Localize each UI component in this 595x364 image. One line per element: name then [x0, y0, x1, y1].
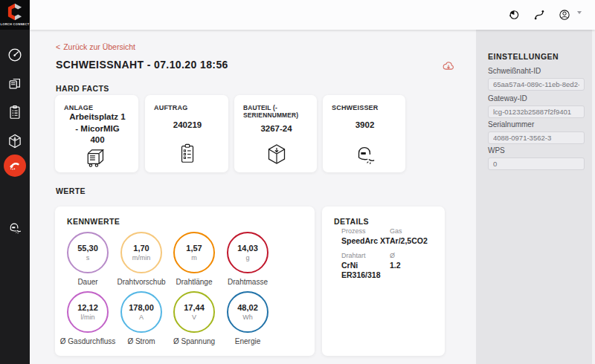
field-label: Schweißnaht-ID: [488, 67, 585, 75]
metric-unit: A: [139, 313, 144, 321]
metric-unit: s: [86, 254, 90, 261]
welder-icon: [7, 220, 23, 236]
account-icon[interactable]: [558, 8, 571, 22]
field-label: Serialnummer: [488, 120, 585, 129]
sidebar-item-schweisser[interactable]: [7, 220, 23, 236]
back-chevron-icon: <: [56, 42, 60, 51]
hard-facts-section-label: HARD FACTS: [56, 84, 109, 93]
metric-drahtvorschub: 1,70 m/min Drahtvorschub: [115, 232, 168, 286]
metric-value: 12,12: [77, 303, 98, 312]
schweissnaht-id-input[interactable]: [488, 78, 585, 91]
gateway-id-input[interactable]: [488, 105, 585, 118]
card-value: 3902: [332, 111, 398, 140]
topbar: [30, 0, 595, 30]
welder-icon: [332, 140, 398, 166]
page-title: SCHWEISSNAHT - 07.10.20 18:56: [56, 59, 228, 71]
metric-unit: m/min: [132, 254, 151, 261]
details-title: DETAILS: [334, 217, 433, 226]
metric-circle: 1,57 m: [173, 232, 215, 273]
metric-label: Dauer: [77, 278, 97, 286]
settings-panel: EINSTELLUNGEN Schweißnaht-ID Gateway-ID …: [476, 30, 595, 364]
detail-value: SpeedArc XT: [341, 236, 387, 246]
gauge-pie-icon[interactable]: [507, 8, 521, 22]
metric-unit: m: [191, 254, 197, 261]
card-schweisser: SCHWEISSER 3902: [323, 95, 405, 172]
cloud-download-icon[interactable]: [442, 59, 455, 73]
lorch-logo-icon: [5, 2, 25, 22]
sidebar: [0, 30, 30, 364]
metric-unit: Wh: [242, 313, 253, 321]
detail-label: Prozess: [341, 227, 387, 235]
metric-value: 14,03: [237, 244, 258, 253]
metric-drahtlaenge: 1,57 m Drahtlänge: [167, 232, 221, 286]
app-root: LORCH CONNECT: [0, 0, 595, 364]
card-auftrag: AUFTRAG 240219: [145, 95, 228, 172]
serialnummer-input[interactable]: [488, 131, 585, 144]
order-list-icon: [7, 104, 23, 120]
detail-value: 1.2: [390, 261, 419, 270]
main-content: <Zurück zur Übersicht SCHWEISSNAHT - 07.…: [30, 30, 476, 364]
metric-circle: 1,70 m/min: [120, 232, 162, 273]
card-value: Arbeitsplatz 1 - MicorMIG 400: [64, 111, 131, 146]
topbar-icons: [507, 0, 582, 30]
metric-unit: V: [192, 313, 196, 321]
account-caret-icon[interactable]: [577, 11, 582, 14]
card-bauteil: BAUTEIL (-SERIENNUMMER) 3267-24: [234, 95, 317, 172]
metric-label: Energie: [235, 337, 260, 345]
metric-circle: 14,03 g: [227, 232, 268, 273]
card-value: 3267-24: [243, 119, 309, 140]
scrollbar-track[interactable]: [592, 30, 595, 364]
logo-text: LORCH CONNECT: [0, 22, 29, 26]
metric-value: 17,44: [184, 303, 205, 312]
component-cube-icon: [243, 140, 309, 166]
metric-spannung: 17,44 V Ø Spannung: [167, 291, 221, 345]
field-wps: WPS: [488, 146, 585, 170]
lorch-logo[interactable]: LORCH CONNECT: [0, 0, 30, 30]
sidebar-item-bauteile[interactable]: [7, 133, 23, 149]
field-schweissnaht-id: Schweißnaht-ID: [488, 67, 585, 91]
clipboard-icon: [154, 140, 221, 166]
component-cube-icon: [7, 133, 23, 149]
sidebar-item-dashboard[interactable]: [7, 47, 23, 63]
card-label: AUFTRAG: [154, 104, 221, 111]
process-curve-icon[interactable]: [533, 8, 546, 22]
welding-machine-icon: [64, 146, 131, 170]
sidebar-item-auftraege[interactable]: [7, 104, 23, 120]
detail-value: CrNi ER316/318: [341, 261, 385, 280]
metric-label: Drahtvorschub: [117, 278, 165, 286]
sidebar-item-schweissnaehte-active[interactable]: [4, 155, 26, 177]
card-label: ANLAGE: [64, 104, 131, 111]
metric-circle: 12,12 l/min: [67, 291, 109, 333]
metric-dauer: 55,30 s Dauer: [61, 232, 115, 286]
werte-section-label: WERTE: [56, 186, 86, 195]
field-serialnummer: Serialnummer: [488, 120, 585, 144]
metric-label: Ø Spannung: [173, 337, 215, 345]
field-gateway-id: Gateway-ID: [488, 94, 585, 118]
metric-unit: l/min: [80, 313, 94, 321]
metric-strom: 178,00 A Ø Strom: [115, 291, 168, 345]
sidebar-item-anlagen[interactable]: [7, 75, 23, 91]
metric-label: Drahtmasse: [228, 278, 268, 286]
detail-prozess: Prozess SpeedArc XT: [341, 227, 387, 246]
wps-input[interactable]: [488, 157, 585, 170]
back-link[interactable]: <Zurück zur Übersicht: [56, 42, 135, 51]
metric-drahtmasse: 14,03 g Drahtmasse: [221, 232, 274, 286]
metric-value: 1,70: [133, 244, 149, 253]
welding-machine-icon: [7, 75, 23, 91]
weld-seam-torch-icon: [7, 157, 23, 174]
detail-gas: Gas Ar/2,5CO2: [390, 227, 436, 246]
metric-value: 1,57: [186, 244, 202, 253]
field-label: Gateway-ID: [488, 94, 585, 103]
metric-value: 55,30: [77, 244, 98, 253]
metric-label: Drahtlänge: [176, 278, 213, 286]
metric-label: Ø Gasdurchfluss: [60, 337, 115, 345]
metric-value: 48,02: [237, 303, 258, 312]
detail-durchmesser: Ø 1.2: [390, 252, 419, 270]
metric-circle: 178,00 A: [120, 291, 162, 333]
kennwerte-title: KENNWERTE: [67, 217, 303, 226]
detail-label: Ø: [390, 252, 419, 259]
metric-circle: 17,44 V: [173, 291, 215, 333]
back-link-label: Zurück zur Übersicht: [63, 42, 135, 51]
card-anlage: ANLAGE Arbeitsplatz 1 - MicorMIG 400: [55, 95, 138, 172]
metric-circle: 55,30 s: [67, 232, 109, 273]
